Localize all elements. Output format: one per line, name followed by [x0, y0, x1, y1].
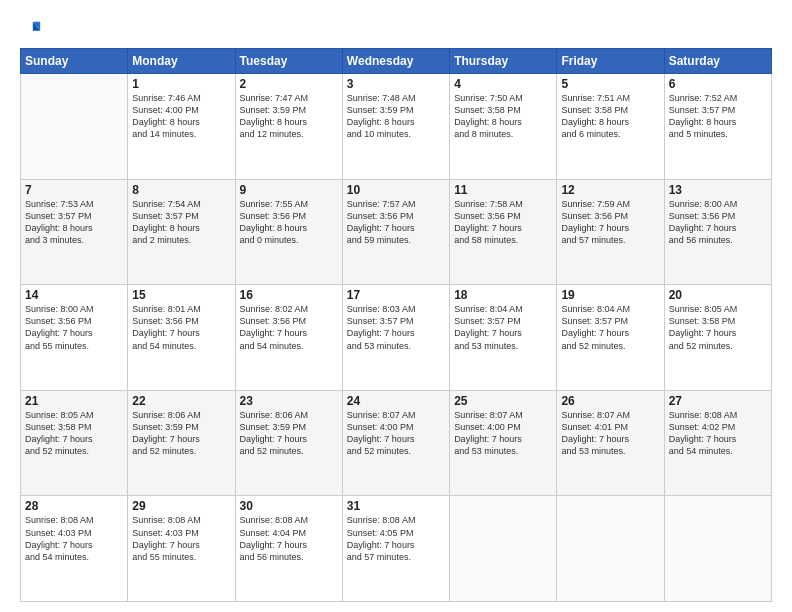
- calendar-cell: 7Sunrise: 7:53 AM Sunset: 3:57 PM Daylig…: [21, 179, 128, 285]
- day-info: Sunrise: 8:05 AM Sunset: 3:58 PM Dayligh…: [25, 409, 123, 458]
- calendar-week-row: 7Sunrise: 7:53 AM Sunset: 3:57 PM Daylig…: [21, 179, 772, 285]
- day-info: Sunrise: 8:01 AM Sunset: 3:56 PM Dayligh…: [132, 303, 230, 352]
- calendar-cell: [557, 496, 664, 602]
- day-number: 17: [347, 288, 445, 302]
- calendar-cell: 6Sunrise: 7:52 AM Sunset: 3:57 PM Daylig…: [664, 74, 771, 180]
- day-number: 2: [240, 77, 338, 91]
- calendar-week-row: 21Sunrise: 8:05 AM Sunset: 3:58 PM Dayli…: [21, 390, 772, 496]
- calendar-weekday-tuesday: Tuesday: [235, 49, 342, 74]
- day-info: Sunrise: 7:59 AM Sunset: 3:56 PM Dayligh…: [561, 198, 659, 247]
- day-info: Sunrise: 8:02 AM Sunset: 3:56 PM Dayligh…: [240, 303, 338, 352]
- calendar-cell: 26Sunrise: 8:07 AM Sunset: 4:01 PM Dayli…: [557, 390, 664, 496]
- calendar-cell: 23Sunrise: 8:06 AM Sunset: 3:59 PM Dayli…: [235, 390, 342, 496]
- day-info: Sunrise: 8:04 AM Sunset: 3:57 PM Dayligh…: [561, 303, 659, 352]
- day-info: Sunrise: 7:47 AM Sunset: 3:59 PM Dayligh…: [240, 92, 338, 141]
- day-number: 25: [454, 394, 552, 408]
- calendar-cell: 9Sunrise: 7:55 AM Sunset: 3:56 PM Daylig…: [235, 179, 342, 285]
- calendar-cell: 21Sunrise: 8:05 AM Sunset: 3:58 PM Dayli…: [21, 390, 128, 496]
- day-info: Sunrise: 8:06 AM Sunset: 3:59 PM Dayligh…: [132, 409, 230, 458]
- calendar-cell: 29Sunrise: 8:08 AM Sunset: 4:03 PM Dayli…: [128, 496, 235, 602]
- day-info: Sunrise: 8:08 AM Sunset: 4:03 PM Dayligh…: [132, 514, 230, 563]
- calendar-weekday-monday: Monday: [128, 49, 235, 74]
- calendar-cell: 22Sunrise: 8:06 AM Sunset: 3:59 PM Dayli…: [128, 390, 235, 496]
- day-number: 30: [240, 499, 338, 513]
- calendar-weekday-thursday: Thursday: [450, 49, 557, 74]
- calendar-cell: 25Sunrise: 8:07 AM Sunset: 4:00 PM Dayli…: [450, 390, 557, 496]
- calendar-cell: 15Sunrise: 8:01 AM Sunset: 3:56 PM Dayli…: [128, 285, 235, 391]
- day-number: 22: [132, 394, 230, 408]
- calendar-cell: 16Sunrise: 8:02 AM Sunset: 3:56 PM Dayli…: [235, 285, 342, 391]
- calendar-cell: 12Sunrise: 7:59 AM Sunset: 3:56 PM Dayli…: [557, 179, 664, 285]
- day-number: 10: [347, 183, 445, 197]
- day-info: Sunrise: 7:53 AM Sunset: 3:57 PM Dayligh…: [25, 198, 123, 247]
- day-number: 18: [454, 288, 552, 302]
- calendar-cell: 31Sunrise: 8:08 AM Sunset: 4:05 PM Dayli…: [342, 496, 449, 602]
- calendar-cell: 2Sunrise: 7:47 AM Sunset: 3:59 PM Daylig…: [235, 74, 342, 180]
- day-info: Sunrise: 8:07 AM Sunset: 4:01 PM Dayligh…: [561, 409, 659, 458]
- day-number: 1: [132, 77, 230, 91]
- day-info: Sunrise: 8:06 AM Sunset: 3:59 PM Dayligh…: [240, 409, 338, 458]
- calendar-cell: [664, 496, 771, 602]
- calendar-cell: [21, 74, 128, 180]
- day-info: Sunrise: 8:07 AM Sunset: 4:00 PM Dayligh…: [454, 409, 552, 458]
- day-info: Sunrise: 8:00 AM Sunset: 3:56 PM Dayligh…: [669, 198, 767, 247]
- calendar-cell: 10Sunrise: 7:57 AM Sunset: 3:56 PM Dayli…: [342, 179, 449, 285]
- calendar-cell: 5Sunrise: 7:51 AM Sunset: 3:58 PM Daylig…: [557, 74, 664, 180]
- day-number: 20: [669, 288, 767, 302]
- page: SundayMondayTuesdayWednesdayThursdayFrid…: [0, 0, 792, 612]
- calendar-table: SundayMondayTuesdayWednesdayThursdayFrid…: [20, 48, 772, 602]
- calendar-cell: 14Sunrise: 8:00 AM Sunset: 3:56 PM Dayli…: [21, 285, 128, 391]
- day-info: Sunrise: 7:55 AM Sunset: 3:56 PM Dayligh…: [240, 198, 338, 247]
- day-info: Sunrise: 8:08 AM Sunset: 4:03 PM Dayligh…: [25, 514, 123, 563]
- logo: [20, 18, 44, 40]
- calendar-cell: 19Sunrise: 8:04 AM Sunset: 3:57 PM Dayli…: [557, 285, 664, 391]
- day-number: 9: [240, 183, 338, 197]
- calendar-cell: 17Sunrise: 8:03 AM Sunset: 3:57 PM Dayli…: [342, 285, 449, 391]
- calendar-cell: 24Sunrise: 8:07 AM Sunset: 4:00 PM Dayli…: [342, 390, 449, 496]
- day-info: Sunrise: 7:48 AM Sunset: 3:59 PM Dayligh…: [347, 92, 445, 141]
- calendar-cell: 18Sunrise: 8:04 AM Sunset: 3:57 PM Dayli…: [450, 285, 557, 391]
- day-number: 8: [132, 183, 230, 197]
- day-number: 5: [561, 77, 659, 91]
- day-number: 14: [25, 288, 123, 302]
- day-info: Sunrise: 8:04 AM Sunset: 3:57 PM Dayligh…: [454, 303, 552, 352]
- day-number: 26: [561, 394, 659, 408]
- day-number: 13: [669, 183, 767, 197]
- calendar-cell: 13Sunrise: 8:00 AM Sunset: 3:56 PM Dayli…: [664, 179, 771, 285]
- day-number: 6: [669, 77, 767, 91]
- day-number: 19: [561, 288, 659, 302]
- calendar-weekday-wednesday: Wednesday: [342, 49, 449, 74]
- day-info: Sunrise: 8:05 AM Sunset: 3:58 PM Dayligh…: [669, 303, 767, 352]
- calendar-weekday-saturday: Saturday: [664, 49, 771, 74]
- day-info: Sunrise: 7:46 AM Sunset: 4:00 PM Dayligh…: [132, 92, 230, 141]
- calendar-cell: 28Sunrise: 8:08 AM Sunset: 4:03 PM Dayli…: [21, 496, 128, 602]
- day-info: Sunrise: 7:54 AM Sunset: 3:57 PM Dayligh…: [132, 198, 230, 247]
- day-number: 24: [347, 394, 445, 408]
- day-info: Sunrise: 8:00 AM Sunset: 3:56 PM Dayligh…: [25, 303, 123, 352]
- calendar-cell: 27Sunrise: 8:08 AM Sunset: 4:02 PM Dayli…: [664, 390, 771, 496]
- day-number: 23: [240, 394, 338, 408]
- day-number: 15: [132, 288, 230, 302]
- day-info: Sunrise: 8:08 AM Sunset: 4:02 PM Dayligh…: [669, 409, 767, 458]
- calendar-header-row: SundayMondayTuesdayWednesdayThursdayFrid…: [21, 49, 772, 74]
- day-number: 7: [25, 183, 123, 197]
- day-number: 29: [132, 499, 230, 513]
- day-info: Sunrise: 7:57 AM Sunset: 3:56 PM Dayligh…: [347, 198, 445, 247]
- day-number: 3: [347, 77, 445, 91]
- day-info: Sunrise: 7:51 AM Sunset: 3:58 PM Dayligh…: [561, 92, 659, 141]
- day-number: 12: [561, 183, 659, 197]
- day-info: Sunrise: 8:03 AM Sunset: 3:57 PM Dayligh…: [347, 303, 445, 352]
- calendar-week-row: 28Sunrise: 8:08 AM Sunset: 4:03 PM Dayli…: [21, 496, 772, 602]
- calendar-cell: 4Sunrise: 7:50 AM Sunset: 3:58 PM Daylig…: [450, 74, 557, 180]
- day-info: Sunrise: 8:07 AM Sunset: 4:00 PM Dayligh…: [347, 409, 445, 458]
- day-number: 4: [454, 77, 552, 91]
- calendar-cell: 3Sunrise: 7:48 AM Sunset: 3:59 PM Daylig…: [342, 74, 449, 180]
- calendar-cell: 20Sunrise: 8:05 AM Sunset: 3:58 PM Dayli…: [664, 285, 771, 391]
- day-number: 27: [669, 394, 767, 408]
- calendar-week-row: 1Sunrise: 7:46 AM Sunset: 4:00 PM Daylig…: [21, 74, 772, 180]
- header: [20, 18, 772, 40]
- calendar-weekday-friday: Friday: [557, 49, 664, 74]
- day-number: 28: [25, 499, 123, 513]
- day-info: Sunrise: 7:52 AM Sunset: 3:57 PM Dayligh…: [669, 92, 767, 141]
- calendar-cell: 8Sunrise: 7:54 AM Sunset: 3:57 PM Daylig…: [128, 179, 235, 285]
